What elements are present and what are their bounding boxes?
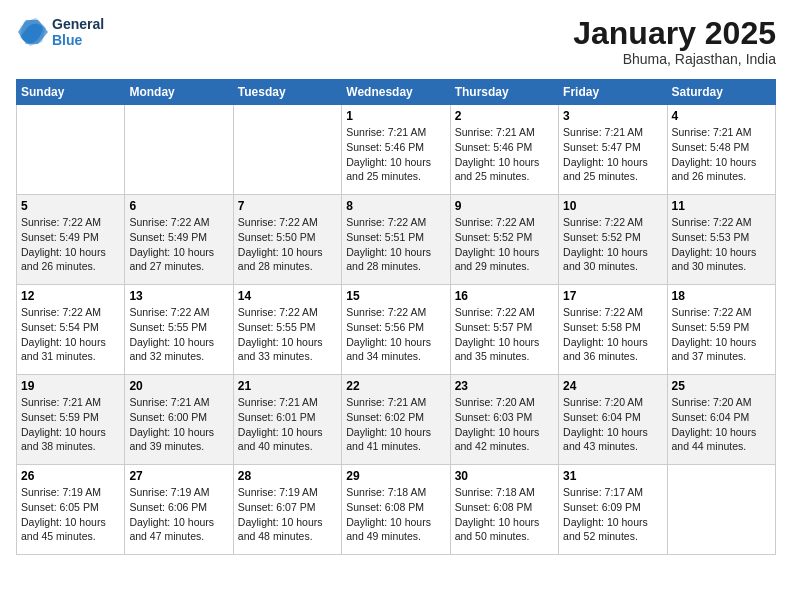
day-info: Sunrise: 7:22 AM Sunset: 5:59 PM Dayligh… [672, 305, 771, 364]
day-number: 29 [346, 469, 445, 483]
calendar-cell: 17Sunrise: 7:22 AM Sunset: 5:58 PM Dayli… [559, 285, 667, 375]
weekday-header: Saturday [667, 80, 775, 105]
calendar-cell: 22Sunrise: 7:21 AM Sunset: 6:02 PM Dayli… [342, 375, 450, 465]
day-number: 6 [129, 199, 228, 213]
calendar-cell: 2Sunrise: 7:21 AM Sunset: 5:46 PM Daylig… [450, 105, 558, 195]
day-info: Sunrise: 7:19 AM Sunset: 6:06 PM Dayligh… [129, 485, 228, 544]
day-info: Sunrise: 7:18 AM Sunset: 6:08 PM Dayligh… [455, 485, 554, 544]
day-number: 8 [346, 199, 445, 213]
day-number: 27 [129, 469, 228, 483]
calendar-cell [125, 105, 233, 195]
weekday-header-row: SundayMondayTuesdayWednesdayThursdayFrid… [17, 80, 776, 105]
calendar-cell: 23Sunrise: 7:20 AM Sunset: 6:03 PM Dayli… [450, 375, 558, 465]
day-number: 18 [672, 289, 771, 303]
day-info: Sunrise: 7:21 AM Sunset: 5:59 PM Dayligh… [21, 395, 120, 454]
day-number: 1 [346, 109, 445, 123]
calendar-cell: 15Sunrise: 7:22 AM Sunset: 5:56 PM Dayli… [342, 285, 450, 375]
day-info: Sunrise: 7:20 AM Sunset: 6:04 PM Dayligh… [563, 395, 662, 454]
calendar-week-row: 1Sunrise: 7:21 AM Sunset: 5:46 PM Daylig… [17, 105, 776, 195]
weekday-header: Thursday [450, 80, 558, 105]
calendar-week-row: 26Sunrise: 7:19 AM Sunset: 6:05 PM Dayli… [17, 465, 776, 555]
day-info: Sunrise: 7:21 AM Sunset: 5:47 PM Dayligh… [563, 125, 662, 184]
day-info: Sunrise: 7:22 AM Sunset: 5:55 PM Dayligh… [238, 305, 337, 364]
calendar-cell: 12Sunrise: 7:22 AM Sunset: 5:54 PM Dayli… [17, 285, 125, 375]
day-number: 24 [563, 379, 662, 393]
calendar-cell: 3Sunrise: 7:21 AM Sunset: 5:47 PM Daylig… [559, 105, 667, 195]
day-info: Sunrise: 7:22 AM Sunset: 5:54 PM Dayligh… [21, 305, 120, 364]
day-number: 4 [672, 109, 771, 123]
day-number: 11 [672, 199, 771, 213]
day-info: Sunrise: 7:21 AM Sunset: 6:01 PM Dayligh… [238, 395, 337, 454]
day-info: Sunrise: 7:21 AM Sunset: 5:46 PM Dayligh… [455, 125, 554, 184]
day-number: 25 [672, 379, 771, 393]
day-info: Sunrise: 7:22 AM Sunset: 5:50 PM Dayligh… [238, 215, 337, 274]
day-number: 9 [455, 199, 554, 213]
calendar-cell: 7Sunrise: 7:22 AM Sunset: 5:50 PM Daylig… [233, 195, 341, 285]
calendar-cell: 31Sunrise: 7:17 AM Sunset: 6:09 PM Dayli… [559, 465, 667, 555]
day-info: Sunrise: 7:21 AM Sunset: 5:46 PM Dayligh… [346, 125, 445, 184]
month-title: January 2025 [573, 16, 776, 51]
title-block: January 2025 Bhuma, Rajasthan, India [573, 16, 776, 67]
day-number: 31 [563, 469, 662, 483]
calendar-cell: 19Sunrise: 7:21 AM Sunset: 5:59 PM Dayli… [17, 375, 125, 465]
day-info: Sunrise: 7:21 AM Sunset: 6:02 PM Dayligh… [346, 395, 445, 454]
day-number: 3 [563, 109, 662, 123]
location-subtitle: Bhuma, Rajasthan, India [573, 51, 776, 67]
day-number: 13 [129, 289, 228, 303]
day-number: 15 [346, 289, 445, 303]
calendar-cell: 25Sunrise: 7:20 AM Sunset: 6:04 PM Dayli… [667, 375, 775, 465]
day-number: 14 [238, 289, 337, 303]
weekday-header: Tuesday [233, 80, 341, 105]
day-info: Sunrise: 7:22 AM Sunset: 5:49 PM Dayligh… [21, 215, 120, 274]
calendar-cell: 16Sunrise: 7:22 AM Sunset: 5:57 PM Dayli… [450, 285, 558, 375]
calendar-cell: 11Sunrise: 7:22 AM Sunset: 5:53 PM Dayli… [667, 195, 775, 285]
calendar-cell: 14Sunrise: 7:22 AM Sunset: 5:55 PM Dayli… [233, 285, 341, 375]
weekday-header: Sunday [17, 80, 125, 105]
calendar-cell: 21Sunrise: 7:21 AM Sunset: 6:01 PM Dayli… [233, 375, 341, 465]
day-number: 26 [21, 469, 120, 483]
day-info: Sunrise: 7:22 AM Sunset: 5:55 PM Dayligh… [129, 305, 228, 364]
calendar-cell: 9Sunrise: 7:22 AM Sunset: 5:52 PM Daylig… [450, 195, 558, 285]
day-info: Sunrise: 7:18 AM Sunset: 6:08 PM Dayligh… [346, 485, 445, 544]
calendar-cell: 4Sunrise: 7:21 AM Sunset: 5:48 PM Daylig… [667, 105, 775, 195]
logo-text: General Blue [52, 16, 104, 48]
day-number: 20 [129, 379, 228, 393]
day-info: Sunrise: 7:22 AM Sunset: 5:56 PM Dayligh… [346, 305, 445, 364]
day-number: 7 [238, 199, 337, 213]
day-number: 17 [563, 289, 662, 303]
page-header: General Blue January 2025 Bhuma, Rajasth… [16, 16, 776, 67]
calendar-cell: 18Sunrise: 7:22 AM Sunset: 5:59 PM Dayli… [667, 285, 775, 375]
day-info: Sunrise: 7:22 AM Sunset: 5:49 PM Dayligh… [129, 215, 228, 274]
day-info: Sunrise: 7:19 AM Sunset: 6:07 PM Dayligh… [238, 485, 337, 544]
calendar-cell: 1Sunrise: 7:21 AM Sunset: 5:46 PM Daylig… [342, 105, 450, 195]
logo: General Blue [16, 16, 104, 48]
calendar-week-row: 12Sunrise: 7:22 AM Sunset: 5:54 PM Dayli… [17, 285, 776, 375]
calendar-cell: 26Sunrise: 7:19 AM Sunset: 6:05 PM Dayli… [17, 465, 125, 555]
calendar-cell: 20Sunrise: 7:21 AM Sunset: 6:00 PM Dayli… [125, 375, 233, 465]
day-info: Sunrise: 7:21 AM Sunset: 5:48 PM Dayligh… [672, 125, 771, 184]
day-info: Sunrise: 7:20 AM Sunset: 6:04 PM Dayligh… [672, 395, 771, 454]
calendar-cell [17, 105, 125, 195]
day-info: Sunrise: 7:21 AM Sunset: 6:00 PM Dayligh… [129, 395, 228, 454]
day-number: 16 [455, 289, 554, 303]
calendar-week-row: 19Sunrise: 7:21 AM Sunset: 5:59 PM Dayli… [17, 375, 776, 465]
calendar-cell: 29Sunrise: 7:18 AM Sunset: 6:08 PM Dayli… [342, 465, 450, 555]
day-number: 21 [238, 379, 337, 393]
calendar-cell [233, 105, 341, 195]
calendar-cell [667, 465, 775, 555]
day-number: 5 [21, 199, 120, 213]
weekday-header: Wednesday [342, 80, 450, 105]
calendar-cell: 6Sunrise: 7:22 AM Sunset: 5:49 PM Daylig… [125, 195, 233, 285]
calendar-table: SundayMondayTuesdayWednesdayThursdayFrid… [16, 79, 776, 555]
calendar-cell: 5Sunrise: 7:22 AM Sunset: 5:49 PM Daylig… [17, 195, 125, 285]
calendar-cell: 28Sunrise: 7:19 AM Sunset: 6:07 PM Dayli… [233, 465, 341, 555]
day-info: Sunrise: 7:22 AM Sunset: 5:58 PM Dayligh… [563, 305, 662, 364]
calendar-cell: 10Sunrise: 7:22 AM Sunset: 5:52 PM Dayli… [559, 195, 667, 285]
weekday-header: Friday [559, 80, 667, 105]
day-number: 22 [346, 379, 445, 393]
logo-icon [16, 16, 48, 48]
day-number: 2 [455, 109, 554, 123]
calendar-cell: 8Sunrise: 7:22 AM Sunset: 5:51 PM Daylig… [342, 195, 450, 285]
calendar-week-row: 5Sunrise: 7:22 AM Sunset: 5:49 PM Daylig… [17, 195, 776, 285]
calendar-cell: 30Sunrise: 7:18 AM Sunset: 6:08 PM Dayli… [450, 465, 558, 555]
